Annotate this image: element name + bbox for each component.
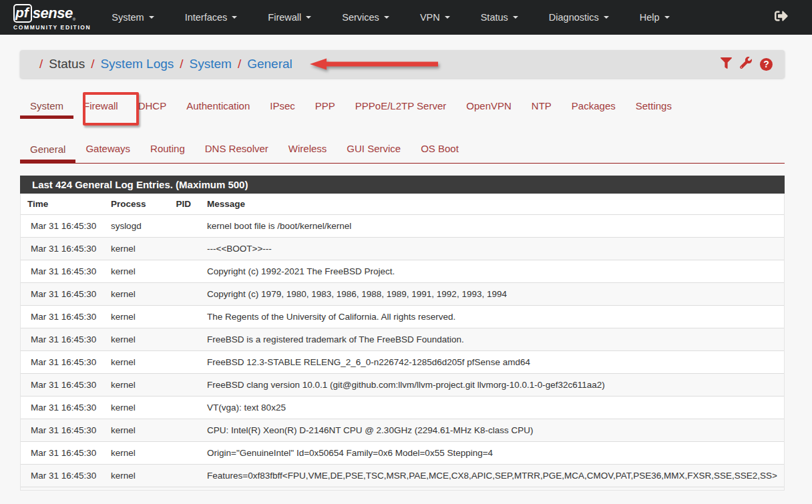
navbar-menu-label: Firewall bbox=[268, 12, 301, 23]
log-message-cell: FreeBSD 12.3-STABLE RELENG_2_6_0-n226742… bbox=[200, 351, 784, 374]
navbar-menu-item[interactable]: Services bbox=[332, 12, 399, 23]
breadcrumb-item: / System Logs bbox=[85, 57, 174, 71]
log-table-row: Mar 31 16:45:30 syslogd kernel boot file… bbox=[21, 215, 784, 238]
pfsense-logo-pf: pf bbox=[13, 4, 32, 23]
navbar-menu-item[interactable]: Diagnostics bbox=[539, 12, 619, 23]
primary-tab[interactable]: Authentication bbox=[176, 93, 260, 119]
log-process-cell: kernel bbox=[104, 419, 170, 442]
filter-icon bbox=[721, 57, 732, 71]
log-pid-cell bbox=[170, 351, 201, 374]
log-message-cell: CPU: Intel(R) Xeon(R) D-2146NT CPU @ 2.3… bbox=[200, 419, 784, 442]
log-message-cell: ---<<BOOT>>--- bbox=[200, 238, 784, 260]
sign-out-icon bbox=[775, 9, 788, 25]
log-table-row: Mar 31 16:45:30 kernel The Regents of th… bbox=[21, 306, 784, 328]
navbar-menu-item[interactable]: Interfaces bbox=[175, 12, 248, 23]
secondary-tab[interactable]: DNS Resolver bbox=[195, 136, 278, 163]
breadcrumb-item: / General bbox=[232, 57, 292, 71]
breadcrumb-link[interactable]: General bbox=[247, 57, 292, 71]
primary-tab[interactable]: NTP bbox=[522, 93, 562, 119]
log-panel: Last 424 General Log Entries. (Maximum 5… bbox=[20, 176, 785, 491]
secondary-tab-label: Wireless bbox=[288, 143, 327, 154]
manage-log-button[interactable] bbox=[740, 57, 752, 71]
log-message-cell: kernel boot file is /boot/kernel/kernel bbox=[200, 215, 784, 238]
primary-tab[interactable]: PPPoE/L2TP Server bbox=[345, 93, 456, 119]
log-process-cell: kernel bbox=[104, 442, 170, 465]
sign-out-button[interactable] bbox=[775, 9, 788, 25]
log-time-cell: Mar 31 16:45:30 bbox=[21, 238, 104, 260]
primary-tab[interactable]: Firewall bbox=[73, 93, 128, 119]
secondary-tab[interactable]: Wireless bbox=[278, 136, 337, 163]
log-table-row: Mar 31 16:45:30 kernel Features=0xf83fbf… bbox=[21, 465, 784, 487]
log-process-cell: kernel bbox=[104, 328, 170, 351]
log-time-cell: Mar 31 16:45:30 bbox=[21, 215, 104, 238]
system-log-subtabs: General Gateways Routing DNS Resolver Wi… bbox=[20, 136, 785, 164]
navbar-menu-item[interactable]: Firewall bbox=[258, 12, 321, 23]
chevron-down-icon bbox=[664, 16, 670, 19]
log-time-cell: Mar 31 16:45:30 bbox=[21, 397, 104, 419]
log-time-cell: Mar 31 16:45:30 bbox=[21, 306, 104, 328]
log-time-cell: Mar 31 16:45:30 bbox=[21, 283, 104, 306]
primary-tab[interactable]: Settings bbox=[626, 93, 682, 119]
log-pid-cell bbox=[170, 374, 201, 397]
navbar-menu-item[interactable]: VPN bbox=[410, 12, 460, 23]
log-message-cell: FreeBSD is a registered trademark of The… bbox=[200, 328, 784, 351]
log-time-cell: Mar 31 16:45:30 bbox=[21, 442, 104, 465]
pfsense-logo[interactable]: pfsense® COMMUNITY EDITION bbox=[13, 4, 91, 31]
top-navbar: pfsense® COMMUNITY EDITION System Interf… bbox=[0, 0, 812, 35]
primary-tab[interactable]: System bbox=[20, 93, 73, 119]
log-time-cell: Mar 31 16:45:30 bbox=[21, 260, 104, 283]
log-table-row: Mar 31 16:45:30 kernel FreeBSD is a regi… bbox=[21, 328, 784, 351]
column-header-process: Process bbox=[104, 194, 170, 215]
pfsense-logo-sense: sense bbox=[33, 5, 73, 22]
primary-tab-label: PPPoE/L2TP Server bbox=[355, 100, 446, 111]
log-message-cell: Origin="GenuineIntel" Id=0x50654 Family=… bbox=[200, 442, 784, 465]
log-time-cell: Mar 31 16:45:30 bbox=[21, 465, 104, 487]
log-time-cell: Mar 31 16:45:30 bbox=[21, 351, 104, 374]
log-pid-cell bbox=[170, 260, 201, 283]
primary-tab[interactable]: IPsec bbox=[260, 93, 305, 119]
breadcrumb-link[interactable]: System Logs bbox=[100, 57, 174, 71]
chevron-down-icon bbox=[232, 16, 237, 19]
secondary-tab[interactable]: Routing bbox=[140, 136, 195, 163]
chevron-down-icon bbox=[384, 16, 389, 19]
navbar-menu-item[interactable]: Help bbox=[630, 12, 680, 23]
breadcrumb-link[interactable]: System bbox=[190, 57, 232, 71]
log-table-row: Mar 31 16:45:30 kernel ---<<BOOT>>--- bbox=[21, 238, 784, 260]
log-process-cell: kernel bbox=[104, 397, 170, 419]
primary-tab-label: System bbox=[30, 100, 63, 111]
partial-next-row bbox=[21, 487, 784, 490]
log-table-row: Mar 31 16:45:30 kernel Copyright (c) 197… bbox=[21, 283, 784, 306]
primary-tab[interactable]: PPP bbox=[305, 93, 345, 119]
secondary-tab[interactable]: Gateways bbox=[75, 136, 140, 163]
breadcrumb-separator: / bbox=[39, 57, 43, 71]
help-button[interactable]: ? bbox=[760, 58, 773, 71]
secondary-tab[interactable]: OS Boot bbox=[411, 136, 469, 163]
primary-tab[interactable]: OpenVPN bbox=[456, 93, 522, 119]
log-message-cell: Features=0xf83fbff<FPU,VME,DE,PSE,TSC,MS… bbox=[200, 465, 784, 487]
primary-tab[interactable]: Packages bbox=[562, 93, 626, 119]
breadcrumb-item: / System bbox=[174, 57, 232, 71]
header-action-icons: ? bbox=[721, 57, 773, 71]
primary-tab[interactable]: DHCP bbox=[128, 93, 177, 119]
primary-tab-label: NTP bbox=[532, 100, 552, 111]
filter-button[interactable] bbox=[721, 57, 732, 71]
secondary-tab[interactable]: GUI Service bbox=[337, 136, 411, 163]
navbar-menu-label: Diagnostics bbox=[549, 12, 599, 23]
question-circle-icon: ? bbox=[760, 58, 773, 71]
log-message-cell: VT(vga): text 80x25 bbox=[200, 397, 784, 419]
navbar-menu-item[interactable]: System bbox=[102, 12, 164, 23]
secondary-tab-label: Gateways bbox=[85, 143, 130, 154]
breadcrumb-item: / Status bbox=[33, 57, 85, 71]
log-table-row: Mar 31 16:45:30 kernel CPU: Intel(R) Xeo… bbox=[21, 419, 784, 442]
pfsense-logo-edition: COMMUNITY EDITION bbox=[13, 24, 91, 31]
navbar-menu-label: Status bbox=[481, 12, 508, 23]
navbar-menu-item[interactable]: Status bbox=[471, 12, 528, 23]
log-pid-cell bbox=[170, 215, 201, 238]
secondary-tab[interactable]: General bbox=[20, 137, 75, 164]
primary-tab-label: Authentication bbox=[186, 100, 250, 111]
log-pid-cell bbox=[170, 283, 201, 306]
column-header-time: Time bbox=[21, 194, 104, 215]
wrench-icon bbox=[740, 57, 752, 71]
log-message-cell: FreeBSD clang version 10.0.1 (git@github… bbox=[200, 374, 784, 397]
chevron-down-icon bbox=[445, 16, 450, 19]
